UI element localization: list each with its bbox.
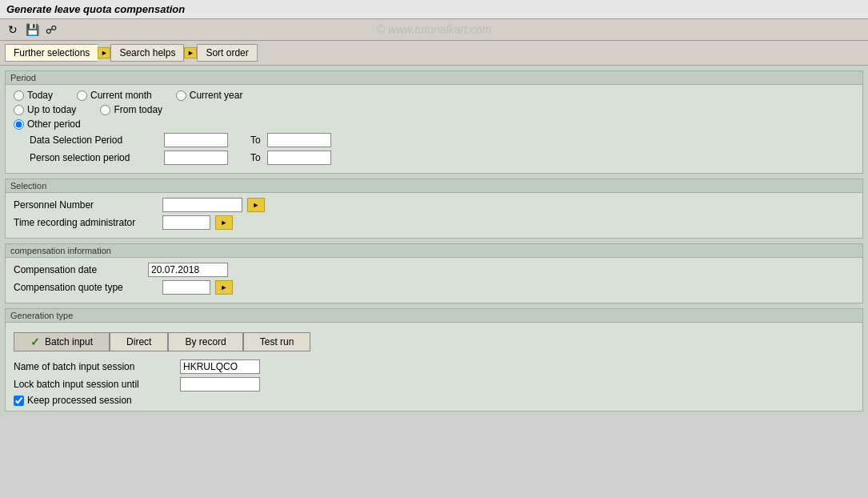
compensation-date-input[interactable] xyxy=(148,263,228,277)
radio-other-period[interactable]: Other period xyxy=(14,118,81,130)
generation-type-body: ✓ Batch input Direct By record Test run … xyxy=(6,323,862,411)
time-recording-admin-input[interactable] xyxy=(162,215,210,230)
tab-arrow-1: ► xyxy=(98,47,110,58)
compensation-section-header: compensation information xyxy=(6,244,862,258)
toolbar: ↻ 💾 ☍ © www.tutorialkart.com xyxy=(0,19,868,41)
personnel-number-arrow[interactable]: ► xyxy=(247,198,265,212)
radio-from-today[interactable]: From today xyxy=(100,104,162,115)
tab-further-selections[interactable]: Further selections xyxy=(5,44,98,62)
find-icon[interactable]: ☍ xyxy=(43,22,59,38)
back-icon[interactable]: ↻ xyxy=(5,22,21,38)
tab-bar: Further selections ► Search helps ► Sort… xyxy=(0,41,868,66)
personnel-number-input[interactable] xyxy=(162,198,242,212)
data-to-label: To xyxy=(250,135,261,146)
keep-session-checkbox[interactable] xyxy=(14,396,24,406)
search-helps-label: Search helps xyxy=(119,47,175,58)
generation-type-section: Generation type ✓ Batch input Direct By … xyxy=(5,308,863,412)
lock-until-input[interactable] xyxy=(180,377,260,392)
watermark: © www.tutorialkart.com xyxy=(377,23,491,36)
tab-sort-order[interactable]: Sort order xyxy=(197,44,257,62)
time-recording-admin-label: Time recording administrator xyxy=(14,217,158,228)
data-selection-from-input[interactable] xyxy=(164,133,228,147)
compensation-section-body: Compensation date Compensation quote typ… xyxy=(6,258,862,303)
selection-section: Selection Personnel Number ► Time record… xyxy=(5,179,863,239)
main-content: Period Today Current month Current year xyxy=(0,66,868,416)
data-selection-to-input[interactable] xyxy=(267,133,331,147)
lock-until-label: Lock batch input session until xyxy=(14,379,174,390)
radio-up-to-today[interactable]: Up to today xyxy=(14,104,76,115)
batch-fields: Name of batch input session Lock batch i… xyxy=(14,359,854,406)
radio-today[interactable]: Today xyxy=(14,90,53,101)
compensation-date-label: Compensation date xyxy=(14,264,142,275)
data-selection-period-label: Data Selection Period xyxy=(30,135,158,146)
compensation-quote-type-input[interactable] xyxy=(162,280,210,295)
batch-session-label: Name of batch input session xyxy=(14,361,174,372)
selection-section-header: Selection xyxy=(6,179,862,193)
generation-type-header: Generation type xyxy=(6,309,862,323)
batch-session-input[interactable] xyxy=(180,359,260,374)
personnel-number-label: Personnel Number xyxy=(14,199,158,211)
checkmark-icon: ✓ xyxy=(30,335,40,348)
period-section-header: Period xyxy=(6,71,862,85)
compensation-quote-type-label: Compensation quote type xyxy=(14,282,158,293)
batch-input-button[interactable]: ✓ Batch input xyxy=(14,332,110,351)
keep-session-label: Keep processed session xyxy=(27,395,132,406)
save-icon[interactable]: 💾 xyxy=(24,22,40,38)
period-section: Period Today Current month Current year xyxy=(5,70,863,174)
compensation-quote-type-arrow[interactable]: ► xyxy=(215,280,233,295)
period-section-body: Today Current month Current year Up to t… xyxy=(6,85,862,173)
person-selection-to-input[interactable] xyxy=(267,151,331,165)
person-selection-period-label: Person selection period xyxy=(30,152,158,163)
by-record-button[interactable]: By record xyxy=(168,332,242,351)
selection-section-body: Personnel Number ► Time recording admini… xyxy=(6,193,862,238)
radio-current-year[interactable]: Current year xyxy=(176,90,243,101)
compensation-section: compensation information Compensation da… xyxy=(5,243,863,303)
sort-order-label: Sort order xyxy=(206,47,248,58)
tab-search-helps[interactable]: Search helps xyxy=(110,44,184,62)
radio-current-month[interactable]: Current month xyxy=(77,90,152,101)
test-run-button[interactable]: Test run xyxy=(243,332,311,351)
page-title: Generate leave quota compensation xyxy=(6,3,185,15)
title-bar: Generate leave quota compensation xyxy=(0,0,868,19)
direct-button[interactable]: Direct xyxy=(110,332,168,351)
person-selection-from-input[interactable] xyxy=(164,151,228,165)
person-to-label: To xyxy=(250,152,261,163)
tab-arrow-2: ► xyxy=(184,47,197,58)
time-recording-admin-arrow[interactable]: ► xyxy=(215,215,233,230)
further-selections-label: Further selections xyxy=(14,47,90,58)
